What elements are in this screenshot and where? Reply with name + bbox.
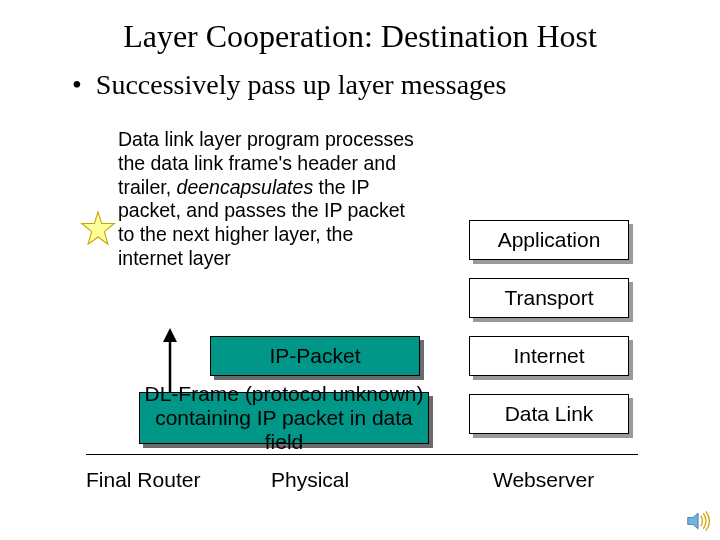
- bullet-row: • Successively pass up layer messages: [72, 69, 720, 101]
- svg-marker-2: [163, 328, 177, 342]
- dl-frame-line1: DL-Frame (protocol unknown): [145, 382, 424, 406]
- description-block: Data link layer program processes the da…: [118, 128, 418, 271]
- layer-datalink: Data Link: [469, 394, 629, 434]
- label-final-router: Final Router: [86, 468, 200, 492]
- dl-frame-line2: containing IP packet in data field: [140, 406, 428, 454]
- svg-marker-3: [688, 513, 698, 529]
- divider-line: [86, 454, 638, 455]
- bullet-dot: •: [72, 69, 82, 101]
- page-title: Layer Cooperation: Destination Host: [0, 18, 720, 55]
- svg-marker-0: [82, 212, 114, 244]
- star-icon: [80, 210, 116, 246]
- layer-transport: Transport: [469, 278, 629, 318]
- label-physical: Physical: [271, 468, 349, 492]
- desc-em: deencapsulates: [177, 176, 314, 198]
- bullet-text: Successively pass up layer messages: [96, 69, 507, 101]
- label-webserver: Webserver: [493, 468, 594, 492]
- box-dl-frame: DL-Frame (protocol unknown) containing I…: [139, 392, 429, 444]
- speaker-icon: [686, 510, 712, 532]
- layer-application: Application: [469, 220, 629, 260]
- layer-internet: Internet: [469, 336, 629, 376]
- arrow-up-icon: [159, 328, 181, 398]
- box-ip-packet: IP-Packet: [210, 336, 420, 376]
